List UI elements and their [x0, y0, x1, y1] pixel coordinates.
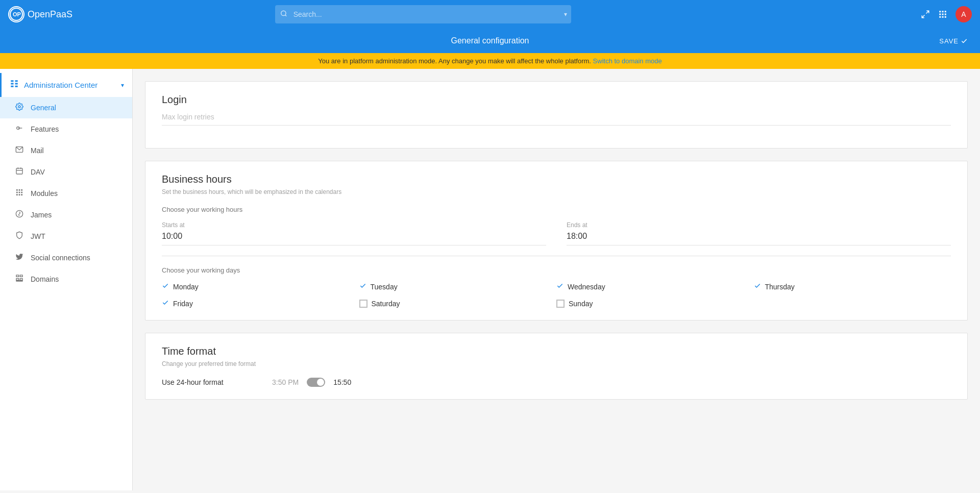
svg-rect-36 [19, 194, 20, 195]
sidebar-item-features-label: Features [31, 125, 59, 133]
time-format-title: Time format [162, 346, 951, 357]
svg-line-5 [922, 15, 924, 18]
friday-check-icon [162, 299, 169, 308]
warning-bar: You are in platform administration mode.… [0, 53, 980, 69]
sidebar-item-features[interactable]: Features [0, 118, 132, 140]
svg-rect-9 [939, 14, 941, 15]
day-friday[interactable]: Friday [162, 299, 359, 308]
svg-rect-14 [945, 16, 946, 18]
sidebar-item-mail-label: Mail [31, 146, 44, 155]
day-thursday[interactable]: Thursday [754, 282, 951, 291]
svg-rect-41 [16, 279, 19, 280]
time-12h-display: 3:50 PM [272, 378, 299, 386]
sidebar-item-dav[interactable]: DAV [0, 161, 132, 183]
sidebar-item-modules[interactable]: Modules [0, 183, 132, 204]
save-button[interactable]: SAVE [939, 37, 968, 45]
svg-rect-30 [19, 189, 20, 191]
sidebar-header[interactable]: Administration Center ▾ [0, 73, 132, 97]
working-hours-label: Choose your working hours [162, 206, 951, 213]
sidebar-item-general-label: General [31, 104, 56, 112]
search-bar: ▾ [275, 5, 571, 23]
login-title: Login [162, 94, 951, 106]
sidebar-header-icon [10, 79, 19, 91]
time-format-row: Use 24-hour format 3:50 PM 15:50 [162, 378, 951, 387]
friday-label: Friday [173, 300, 193, 308]
day-sunday[interactable]: Sunday [556, 299, 754, 308]
svg-rect-35 [16, 194, 18, 195]
tuesday-label: Tuesday [371, 283, 398, 291]
svg-rect-39 [16, 275, 19, 277]
monday-check-icon [162, 282, 169, 291]
nav-right-area: A [921, 6, 972, 22]
logo-area: OP OpenPaaS [8, 6, 100, 22]
sidebar-item-domains[interactable]: Domains [0, 268, 132, 290]
svg-rect-20 [15, 86, 18, 87]
twitter-icon [14, 253, 24, 263]
day-monday[interactable]: Monday [162, 282, 359, 291]
svg-rect-31 [21, 189, 22, 191]
app-name: OpenPaaS [28, 9, 72, 20]
sidebar-item-modules-label: Modules [31, 189, 58, 198]
svg-rect-7 [942, 11, 943, 12]
max-login-retries-field [162, 109, 951, 126]
sidebar-item-social[interactable]: Social connections [0, 247, 132, 268]
search-dropdown-button[interactable]: ▾ [564, 11, 567, 18]
sidebar-item-mail[interactable]: Mail [0, 140, 132, 161]
ends-at-label: Ends at [567, 221, 951, 229]
svg-rect-42 [20, 279, 22, 280]
day-saturday[interactable]: Saturday [359, 299, 557, 308]
svg-rect-37 [21, 194, 22, 195]
login-card: Login [145, 81, 968, 149]
sidebar-item-jwt[interactable]: JWT [0, 226, 132, 247]
apps-button[interactable] [938, 10, 947, 19]
time-format-toggle[interactable] [307, 378, 325, 387]
ends-at-value[interactable]: 18:00 [567, 232, 951, 245]
shield-icon [14, 231, 24, 241]
sidebar-item-general[interactable]: General [0, 97, 132, 118]
gear-icon [14, 103, 24, 113]
svg-rect-6 [939, 11, 941, 12]
starts-at-value[interactable]: 10:00 [162, 232, 546, 245]
svg-text:OP: OP [13, 11, 21, 17]
sidebar: Administration Center ▾ General Features [0, 69, 133, 490]
search-icon [280, 10, 287, 19]
modules-icon [14, 188, 24, 199]
search-input[interactable] [275, 5, 571, 23]
warning-text: You are in platform administration mode.… [318, 57, 591, 65]
working-days-label: Choose your working days [162, 266, 951, 274]
user-avatar[interactable]: A [955, 6, 972, 22]
day-tuesday[interactable]: Tuesday [359, 282, 557, 291]
svg-rect-12 [939, 16, 941, 18]
business-hours-title: Business hours [162, 174, 951, 185]
sidebar-item-james-label: James [31, 211, 52, 219]
sidebar-header-label: Administration Center [24, 81, 116, 89]
app-layout: Administration Center ▾ General Features [0, 69, 980, 490]
ends-at-col: Ends at 18:00 [567, 221, 951, 245]
toggle-icon [14, 124, 24, 134]
time-format-card: Time format Change your preferred time f… [145, 333, 968, 400]
switch-domain-link[interactable]: Switch to domain mode [593, 57, 662, 65]
sidebar-item-james[interactable]: James [0, 204, 132, 226]
thursday-check-icon [754, 282, 761, 291]
sidebar-item-social-label: Social connections [31, 254, 90, 262]
max-login-retries-input[interactable] [162, 109, 951, 126]
fullscreen-button[interactable] [921, 10, 930, 19]
domains-icon [14, 274, 24, 284]
svg-point-2 [281, 11, 285, 15]
logo-icon: OP [8, 6, 24, 22]
svg-rect-34 [21, 192, 22, 193]
svg-rect-10 [942, 14, 943, 15]
svg-line-4 [926, 11, 928, 13]
secondary-navigation: General configuration SAVE [0, 29, 980, 53]
page-title: General configuration [451, 36, 529, 45]
day-wednesday[interactable]: Wednesday [556, 282, 754, 291]
mail-icon [14, 145, 24, 156]
sidebar-item-domains-label: Domains [31, 275, 59, 283]
top-navigation: OP OpenPaaS ▾ A [0, 0, 980, 29]
james-icon [14, 210, 24, 220]
starts-at-label: Starts at [162, 221, 546, 229]
main-content: Login Business hours Set the business ho… [133, 69, 980, 490]
svg-rect-16 [15, 80, 18, 82]
svg-rect-25 [16, 168, 22, 174]
business-hours-card: Business hours Set the business hours, w… [145, 161, 968, 321]
